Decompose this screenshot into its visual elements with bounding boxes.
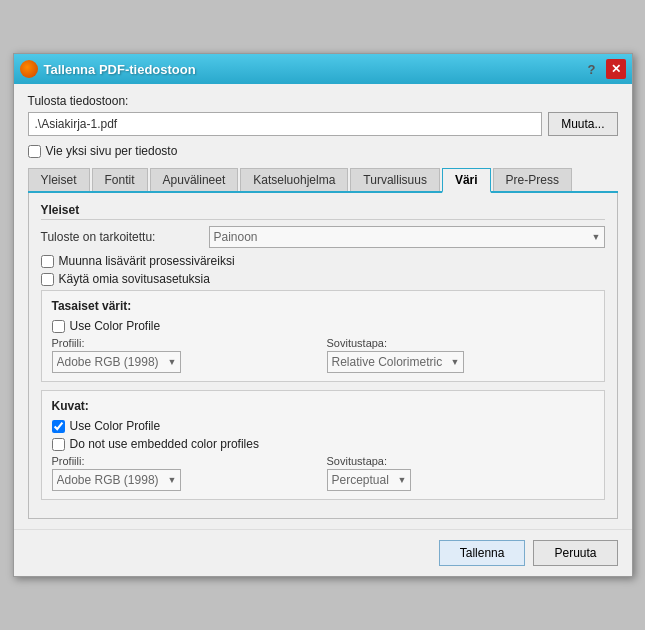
tuloste-label: Tuloste on tarkoitettu:: [41, 230, 201, 244]
tuloste-select[interactable]: Painoon: [209, 226, 605, 248]
muunna-label[interactable]: Muunna lisävärit prosessiväreiksi: [59, 254, 235, 268]
file-input-row: Muuta...: [28, 112, 618, 136]
vie-checkbox-row: Vie yksi sivu per tiedosto: [28, 144, 618, 158]
dialog-window: Tallenna PDF-tiedostoon ? ✕ Tulosta tied…: [13, 53, 633, 577]
dialog-body: Tulosta tiedostoon: Muuta... Vie yksi si…: [14, 84, 632, 529]
kuvat-sovitustapa-col: Sovitustapa: Perceptual: [327, 455, 594, 491]
kuvat-profiili-select[interactable]: Adobe RGB (1998): [52, 469, 181, 491]
tuloste-select-wrapper: Painoon: [209, 226, 605, 248]
close-button[interactable]: ✕: [606, 59, 626, 79]
tasaiset-sovitustapa-label: Sovitustapa:: [327, 337, 594, 349]
change-button[interactable]: Muuta...: [548, 112, 617, 136]
kuvat-sovitustapa-label: Sovitustapa:: [327, 455, 594, 467]
kuvat-color-profile-row: Use Color Profile: [52, 419, 594, 433]
kuvat-donot-checkbox[interactable]: [52, 438, 65, 451]
kayta-checkbox-row: Käytä omia sovitusasetuksia: [41, 272, 605, 286]
tasaiset-sovitustapa-select-wrapper: Relative Colorimetric: [327, 351, 464, 373]
kuvat-color-profile-checkbox[interactable]: [52, 420, 65, 433]
dialog-title: Tallenna PDF-tiedostoon: [44, 62, 196, 77]
kuvat-profiili-select-wrapper: Adobe RGB (1998): [52, 469, 181, 491]
kayta-checkbox[interactable]: [41, 273, 54, 286]
tabs-bar: Yleiset Fontit Apuvälineet Katseluohjelm…: [28, 168, 618, 193]
title-bar-left: Tallenna PDF-tiedostoon: [20, 60, 196, 78]
vie-sivu-checkbox[interactable]: [28, 145, 41, 158]
tab-katseluohjelma[interactable]: Katseluohjelma: [240, 168, 348, 191]
tuloste-row: Tuloste on tarkoitettu: Painoon: [41, 226, 605, 248]
tab-vari[interactable]: Väri: [442, 168, 491, 193]
title-bar-buttons: ? ✕: [582, 59, 626, 79]
kuvat-dropdowns: Profiili: Adobe RGB (1998) Sovitustapa: …: [52, 455, 594, 491]
muunna-checkbox-row: Muunna lisävärit prosessiväreiksi: [41, 254, 605, 268]
tab-turvallisuus[interactable]: Turvallisuus: [350, 168, 440, 191]
tab-apuvalineet[interactable]: Apuvälineet: [150, 168, 239, 191]
pdf-icon: [20, 60, 38, 78]
tab-yleiset[interactable]: Yleiset: [28, 168, 90, 191]
file-path-input[interactable]: [28, 112, 543, 136]
tasaiset-varit-section: Tasaiset värit: Use Color Profile Profii…: [41, 290, 605, 382]
file-label: Tulosta tiedostoon:: [28, 94, 618, 108]
tasaiset-color-profile-row: Use Color Profile: [52, 319, 594, 333]
kuvat-donot-label[interactable]: Do not use embedded color profiles: [70, 437, 259, 451]
kuvat-sovitustapa-select[interactable]: Perceptual: [327, 469, 411, 491]
kuvat-donot-row: Do not use embedded color profiles: [52, 437, 594, 451]
tasaiset-color-profile-label[interactable]: Use Color Profile: [70, 319, 161, 333]
vie-sivu-label[interactable]: Vie yksi sivu per tiedosto: [46, 144, 178, 158]
tasaiset-dropdowns: Profiili: Adobe RGB (1998) Sovitustapa: …: [52, 337, 594, 373]
file-section: Tulosta tiedostoon: Muuta...: [28, 94, 618, 136]
tasaiset-color-profile-checkbox[interactable]: [52, 320, 65, 333]
kuvat-profiili-col: Profiili: Adobe RGB (1998): [52, 455, 319, 491]
tasaiset-profiili-select[interactable]: Adobe RGB (1998): [52, 351, 181, 373]
kuvat-profiili-label: Profiili:: [52, 455, 319, 467]
tasaiset-profiili-select-wrapper: Adobe RGB (1998): [52, 351, 181, 373]
help-button[interactable]: ?: [582, 59, 602, 79]
save-button[interactable]: Tallenna: [439, 540, 526, 566]
yleiset-section-title: Yleiset: [41, 203, 605, 220]
tab-panel-vari: Yleiset Tuloste on tarkoitettu: Painoon …: [28, 193, 618, 519]
kuvat-title: Kuvat:: [52, 399, 594, 413]
kuvat-sovitustapa-select-wrapper: Perceptual: [327, 469, 411, 491]
cancel-button[interactable]: Peruuta: [533, 540, 617, 566]
tab-prepress[interactable]: Pre-Press: [493, 168, 572, 191]
tasaiset-varit-title: Tasaiset värit:: [52, 299, 594, 313]
title-bar: Tallenna PDF-tiedostoon ? ✕: [14, 54, 632, 84]
tab-fontit[interactable]: Fontit: [92, 168, 148, 191]
muunna-checkbox[interactable]: [41, 255, 54, 268]
tasaiset-profiili-label: Profiili:: [52, 337, 319, 349]
kayta-label[interactable]: Käytä omia sovitusasetuksia: [59, 272, 210, 286]
tasaiset-profiili-col: Profiili: Adobe RGB (1998): [52, 337, 319, 373]
tasaiset-sovitustapa-col: Sovitustapa: Relative Colorimetric: [327, 337, 594, 373]
tasaiset-sovitustapa-select[interactable]: Relative Colorimetric: [327, 351, 464, 373]
dialog-footer: Tallenna Peruuta: [14, 529, 632, 576]
kuvat-section: Kuvat: Use Color Profile Do not use embe…: [41, 390, 605, 500]
kuvat-color-profile-label[interactable]: Use Color Profile: [70, 419, 161, 433]
